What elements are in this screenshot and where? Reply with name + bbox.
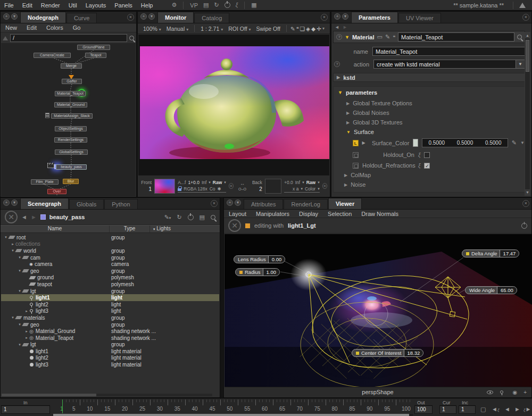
back-exposure[interactable]: +0.0 <box>284 180 293 185</box>
tree-row-materials-lgt[interactable]: ▾lgtgroup <box>1 342 219 348</box>
pane-menu-icon[interactable]: ▾ <box>11 13 18 20</box>
search-icon[interactable] <box>517 35 522 39</box>
clear-selection-icon[interactable]: ✕ <box>228 219 241 232</box>
tree-row-geo[interactable]: ▾geogroup <box>1 268 219 274</box>
keyframe-icon[interactable]: ξ <box>233 2 240 8</box>
keyframe-icon[interactable]: ξ <box>418 152 420 158</box>
refresh-icon[interactable]: ↻ <box>211 2 221 9</box>
front-range[interactable]: Inf <box>202 180 206 185</box>
wrench-icon[interactable]: ✎ <box>385 34 390 40</box>
local-state-badge[interactable]: L <box>353 140 359 146</box>
pan-icon[interactable]: ◈ <box>306 26 310 32</box>
step-forward-icon[interactable]: ► <box>514 406 520 412</box>
forward-icon[interactable]: ► <box>343 24 347 30</box>
node-name-input[interactable]: Material_Teapot <box>398 32 514 41</box>
front-exposure[interactable]: 1+0.0 <box>188 180 200 185</box>
timeline-scrollbar[interactable] <box>53 414 413 416</box>
close-icon[interactable]: × <box>127 14 134 21</box>
menu-file[interactable]: File <box>0 2 18 9</box>
holdout-refractions-checkbox[interactable]: ✓ <box>424 163 430 169</box>
warning-icon[interactable] <box>519 3 526 8</box>
search-icon[interactable] <box>129 36 134 40</box>
slate-icon[interactable]: ▤ <box>201 2 211 9</box>
menu-manipulators[interactable]: Manipulators <box>251 211 294 217</box>
pane-split-icon[interactable]: + <box>140 13 147 20</box>
visibility-icon[interactable] <box>487 390 493 394</box>
menu-go[interactable]: Go <box>68 24 86 31</box>
tab-globals[interactable]: Globals <box>69 199 104 209</box>
forward-icon[interactable]: ► <box>31 214 37 220</box>
front-view-mode[interactable]: Raw <box>213 180 222 185</box>
zoom-select[interactable]: 100% ▾ <box>141 26 163 32</box>
back-view-mode[interactable]: Raw <box>306 180 315 185</box>
tree-row-teapot[interactable]: teapotpolymesh <box>1 281 219 288</box>
color-swatch[interactable] <box>413 139 418 147</box>
vp-toggle[interactable]: VP <box>187 2 201 9</box>
menu-layout[interactable]: Layout <box>224 211 251 217</box>
pen-icon[interactable]: ✎▾ <box>164 214 171 221</box>
out-field[interactable]: 100 <box>414 405 433 414</box>
default-state-badge[interactable] <box>353 152 359 158</box>
viewer-viewport[interactable]: Lens Radius0.00 Radius1.00 Delta Angle17… <box>225 234 532 387</box>
expand-icon[interactable]: ▼ <box>345 35 350 40</box>
pane-split-icon[interactable]: + <box>334 13 340 20</box>
horizontal-scrollbar[interactable] <box>2 394 212 396</box>
group-colmap[interactable]: ▶ColMap <box>334 169 525 178</box>
help-icon[interactable]: ? <box>334 61 340 67</box>
next-keyframe-icon[interactable]: ξ► <box>523 406 531 412</box>
tab-monitor[interactable]: Monitor <box>157 12 194 23</box>
front-channels[interactable]: RGBA 128x <box>184 186 207 192</box>
node-rendersettings[interactable]: RenderSettings <box>54 137 87 143</box>
cur-field[interactable]: 1 <box>439 405 456 414</box>
tree-row-materials[interactable]: ▾materialsgroup <box>1 314 219 321</box>
tab-curve[interactable]: Curve <box>66 13 97 23</box>
node-groundplane[interactable]: GroundPlane <box>77 45 110 50</box>
tree-row-lgt-light1[interactable]: light1light material <box>1 348 219 355</box>
power-icon[interactable] <box>521 223 527 229</box>
back-thumbnail[interactable] <box>265 179 281 194</box>
tree-row-light1[interactable]: light1light <box>1 294 219 301</box>
annotation-icon[interactable]: ❝ <box>296 26 299 31</box>
center-of-interest-manipulator[interactable]: Center Of Interest18.32 <box>352 349 423 357</box>
menu-help[interactable]: Help <box>137 2 157 9</box>
crosshair-icon[interactable]: ✛ <box>317 26 321 32</box>
compare-icon[interactable]: ◆ <box>311 26 315 32</box>
slate-icon[interactable]: ▤ <box>200 214 205 221</box>
tab-scenegraph[interactable]: Scenegraph <box>20 198 69 209</box>
bookmark-icon[interactable]: ▢ <box>480 406 486 413</box>
front-thumbnail[interactable] <box>154 179 175 194</box>
menu-panels[interactable]: Panels <box>110 2 137 9</box>
swipe-toggle[interactable]: Swipe Off <box>254 26 282 32</box>
node-path-input[interactable]: / <box>10 34 127 42</box>
scenegraph-column-header[interactable]: Name Type ▾ Lights <box>1 225 220 233</box>
monitor-canvas[interactable] <box>138 35 329 176</box>
tab-renderlog[interactable]: RenderLog <box>284 199 327 209</box>
menu-edit[interactable]: Edit <box>22 24 41 31</box>
add-icon[interactable]: + <box>523 389 527 395</box>
frame-ruler[interactable]: 1 51015202530354045505560657075808590951… <box>53 400 413 413</box>
delta-angle-manipulator[interactable]: Delta Angle17.47 <box>462 249 519 257</box>
pane-split-icon[interactable]: + <box>3 199 10 206</box>
tree-row-camera[interactable]: ◉cameracamera <box>1 261 219 268</box>
node-globalsettings[interactable]: GlobalSettings <box>55 149 88 155</box>
node-merge[interactable]: Merge <box>61 63 82 69</box>
step-back-icon[interactable]: ◄ <box>504 406 510 412</box>
menu-render[interactable]: Render <box>37 2 64 9</box>
tree-row-ground[interactable]: groundpolymesh <box>1 274 219 281</box>
menu-display[interactable]: Display <box>294 211 323 217</box>
keyframe-icon[interactable]: ξ <box>418 163 420 169</box>
stamp-icon[interactable]: ▦ <box>248 2 259 9</box>
search-icon[interactable] <box>211 215 215 220</box>
tree-row-lgt-light3[interactable]: light3light material <box>1 361 219 368</box>
clear-selection-icon[interactable]: ✕ <box>5 211 18 223</box>
back-icon[interactable]: ◄ <box>335 24 339 30</box>
color-values-input[interactable]: 0.50000.50000.5000 <box>422 138 508 147</box>
comment-icon[interactable]: ❝ <box>393 35 395 40</box>
back-colorspace[interactable]: Color <box>305 186 315 192</box>
node-film-plate[interactable]: Film_Plate <box>31 179 59 185</box>
menu-layouts[interactable]: Layouts <box>81 2 111 9</box>
tree-row-cam[interactable]: ▾camgroup <box>1 254 219 261</box>
close-icon[interactable]: × <box>522 14 529 21</box>
wide-angle-manipulator[interactable]: Wide Angle65.00 <box>465 286 517 294</box>
chevron-down-icon[interactable]: ▾ <box>322 26 325 31</box>
